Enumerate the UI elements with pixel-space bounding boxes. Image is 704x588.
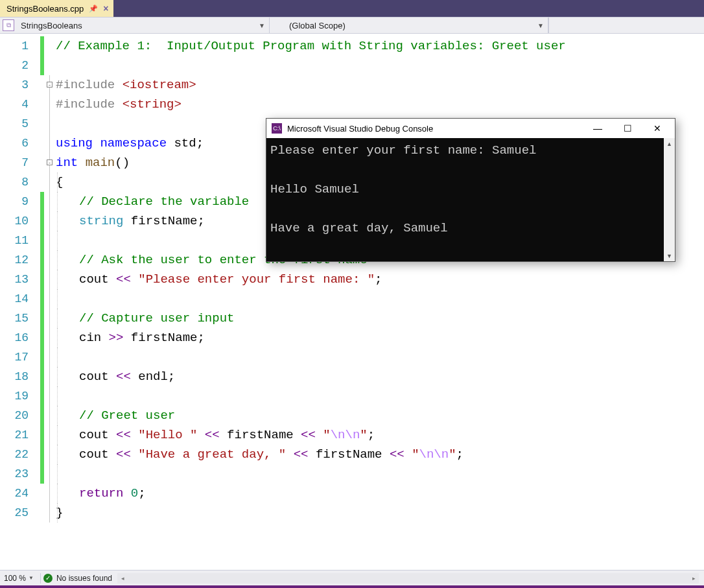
line-number: 21 bbox=[0, 425, 40, 445]
code-line[interactable]: cout << "Have a great day, " << firstNam… bbox=[56, 445, 704, 464]
line-number: 3 bbox=[0, 75, 40, 95]
chevron-down-icon: ▼ bbox=[537, 22, 544, 29]
scroll-right-icon[interactable]: ▸ bbox=[688, 573, 699, 583]
token: ; bbox=[368, 428, 375, 442]
line-number: 18 bbox=[0, 367, 40, 386]
change-mark bbox=[40, 75, 47, 95]
token: << bbox=[116, 370, 131, 384]
code-line[interactable]: cout << "Please enter your first name: "… bbox=[56, 270, 704, 289]
line-number: 17 bbox=[0, 347, 40, 367]
token: string bbox=[79, 214, 123, 228]
line-number: 11 bbox=[0, 231, 40, 250]
token: << bbox=[294, 447, 309, 462]
close-button[interactable]: ✕ bbox=[642, 119, 672, 138]
token bbox=[131, 272, 138, 287]
outline-cell bbox=[47, 270, 56, 289]
change-mark bbox=[40, 328, 44, 347]
token: namespace bbox=[100, 136, 167, 150]
token: // Greet user bbox=[79, 408, 175, 423]
zoom-dropdown[interactable]: 100 % ▼ bbox=[0, 574, 38, 583]
line-number: 1 bbox=[0, 36, 40, 56]
code-line[interactable]: // Capture user input bbox=[56, 309, 704, 328]
code-line[interactable]: #include <iostream> bbox=[56, 75, 704, 95]
pin-icon[interactable]: 📌 bbox=[89, 5, 98, 13]
close-tab-icon[interactable]: × bbox=[103, 3, 108, 14]
maximize-button[interactable]: ☐ bbox=[613, 119, 642, 138]
token: ; bbox=[138, 486, 145, 500]
code-line[interactable]: // Greet user bbox=[56, 406, 704, 425]
code-line[interactable]: cin >> firstName; bbox=[56, 328, 704, 347]
console-scrollbar[interactable]: ▲ ▼ bbox=[664, 138, 675, 261]
scope-bar: ⧉ StringsBooleans ▼ (Global Scope) ▼ bbox=[0, 17, 704, 34]
code-line[interactable] bbox=[56, 56, 704, 75]
code-line[interactable] bbox=[56, 347, 704, 367]
line-number: 16 bbox=[0, 328, 40, 347]
outline-cell bbox=[47, 192, 56, 211]
project-dropdown[interactable]: StringsBooleans ▼ bbox=[17, 18, 270, 33]
code-area[interactable]: // Example 1: Input/Output Program with … bbox=[56, 34, 704, 570]
scroll-up-icon[interactable]: ▲ bbox=[664, 138, 675, 149]
token: \n\n bbox=[419, 447, 449, 462]
code-line[interactable]: cout << endl; bbox=[56, 367, 704, 386]
code-line[interactable]: return 0; bbox=[56, 484, 704, 503]
code-line[interactable] bbox=[56, 386, 704, 406]
outline-cell bbox=[47, 328, 56, 347]
code-editor[interactable]: 1234567891011121314151617181920212223242… bbox=[0, 34, 704, 570]
line-number: 23 bbox=[0, 464, 40, 484]
token: << bbox=[205, 428, 220, 442]
token: "Hello " bbox=[138, 428, 197, 442]
scroll-down-icon[interactable]: ▼ bbox=[664, 250, 675, 261]
change-mark bbox=[40, 56, 44, 75]
member-dropdown[interactable] bbox=[548, 18, 704, 33]
minimize-button[interactable]: — bbox=[583, 119, 613, 138]
code-line[interactable]: cout << "Hello " << firstName << "\n\n"; bbox=[56, 425, 704, 445]
token: #include bbox=[56, 97, 123, 112]
token: << bbox=[116, 272, 131, 287]
scope-dropdown[interactable]: (Global Scope) ▼ bbox=[270, 18, 548, 33]
code-line[interactable] bbox=[56, 289, 704, 309]
line-number: 24 bbox=[0, 484, 40, 503]
fold-toggle[interactable]: - bbox=[47, 159, 53, 165]
change-mark bbox=[40, 250, 44, 270]
line-number: 10 bbox=[0, 211, 40, 231]
debug-console-window[interactable]: C:\ Microsoft Visual Studio Debug Consol… bbox=[266, 118, 675, 262]
token: firstName; bbox=[123, 331, 204, 345]
token: "Please enter your first name: " bbox=[138, 272, 375, 287]
token: << bbox=[116, 428, 131, 442]
code-line[interactable] bbox=[56, 464, 704, 484]
token: using bbox=[56, 136, 93, 150]
token: // Capture user input bbox=[79, 311, 234, 325]
token: cout bbox=[79, 370, 116, 384]
line-number: 8 bbox=[0, 172, 40, 192]
change-mark bbox=[40, 192, 44, 211]
token: ; bbox=[375, 272, 382, 287]
code-line[interactable]: // Example 1: Input/Output Program with … bbox=[56, 36, 704, 56]
line-number: 6 bbox=[0, 134, 40, 153]
code-line[interactable]: #include <string> bbox=[56, 95, 704, 114]
token: cout bbox=[79, 272, 116, 287]
console-output[interactable]: Please enter your first name: Samuel Hel… bbox=[266, 138, 664, 261]
token bbox=[286, 447, 293, 462]
change-mark bbox=[40, 114, 47, 134]
token bbox=[316, 428, 323, 442]
code-line[interactable]: } bbox=[56, 503, 704, 523]
scroll-left-icon[interactable]: ◂ bbox=[117, 573, 128, 583]
tab-strip: StringsBooleans.cpp 📌 × bbox=[0, 0, 704, 17]
horizontal-scrollbar[interactable]: ◂ ▸ bbox=[117, 573, 699, 583]
console-titlebar[interactable]: C:\ Microsoft Visual Studio Debug Consol… bbox=[266, 119, 675, 138]
file-tab[interactable]: StringsBooleans.cpp 📌 × bbox=[0, 0, 113, 17]
window-bottom-bar bbox=[0, 585, 704, 588]
token: // Example 1: Input/Output Program with … bbox=[56, 39, 566, 53]
token: firstName bbox=[309, 447, 390, 462]
token: << bbox=[301, 428, 316, 442]
line-number: 13 bbox=[0, 270, 40, 289]
outline-cell: - bbox=[47, 75, 56, 95]
token: return bbox=[79, 486, 123, 500]
fold-toggle[interactable]: - bbox=[47, 82, 53, 88]
change-mark bbox=[40, 134, 47, 153]
separator bbox=[40, 573, 41, 583]
zoom-value: 100 % bbox=[4, 574, 26, 583]
outline-cell bbox=[47, 56, 56, 75]
outline-cell bbox=[47, 289, 56, 309]
change-mark bbox=[40, 172, 47, 192]
